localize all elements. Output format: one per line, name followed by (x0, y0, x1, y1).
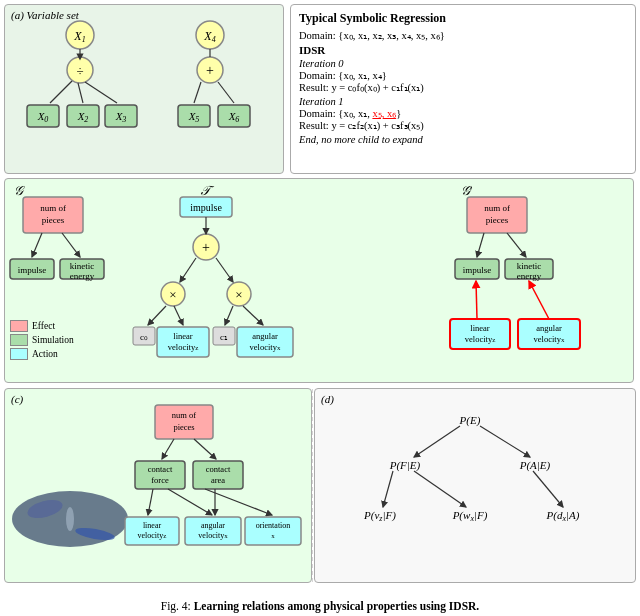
svg-text:velocityz: velocityz (168, 342, 199, 352)
svg-text:(c): (c) (11, 393, 24, 406)
svg-text:contact: contact (148, 464, 173, 474)
svg-text:impulse: impulse (463, 265, 492, 275)
svg-text:num of: num of (172, 410, 196, 420)
svg-text:area: area (211, 475, 225, 485)
svg-text:linear: linear (143, 521, 162, 530)
legend-simulation-box (10, 334, 28, 346)
svg-text:c₁: c₁ (220, 332, 228, 342)
svg-text:×: × (169, 287, 176, 302)
svg-text:energy: energy (517, 271, 542, 281)
svg-line-38 (62, 233, 80, 257)
panel-right: Typical Symbolic Regression Domain: {x₀,… (290, 4, 636, 174)
legend-effect-box (10, 320, 28, 332)
panel-d-svg: (d) P(E) P(F|E) P(A|E) P(vz|F) P(wx|F) P… (315, 389, 637, 584)
idsr-label: IDSR (299, 44, 627, 56)
svg-text:impulse: impulse (18, 265, 47, 275)
svg-text:𝒢: 𝒢 (13, 183, 26, 198)
svg-text:orientation: orientation (256, 521, 291, 530)
svg-text:P(E): P(E) (459, 414, 481, 427)
svg-point-86 (66, 507, 74, 531)
svg-text:linear: linear (470, 323, 490, 333)
svg-text:pieces: pieces (173, 422, 194, 432)
panel-c-svg: (c) num of pieces contact force contact … (5, 389, 313, 584)
svg-text:+: + (206, 63, 214, 78)
panel-c: (c) num of pieces contact force contact … (4, 388, 312, 583)
svg-text:P(A|E): P(A|E) (519, 459, 551, 472)
svg-text:kinetic: kinetic (70, 261, 95, 271)
svg-text:angular: angular (536, 323, 562, 333)
panel-b-svg: 𝒢 𝒢' 𝒯 num of pieces impulse kinetic ene… (5, 179, 635, 384)
iter0-label: Iteration 0 (299, 58, 627, 69)
svg-text:x: x (271, 532, 275, 540)
iter1-label: Iteration 1 (299, 96, 627, 107)
iter1-domain: Domain: {x₀, x₁, x₅, x₆} (299, 107, 627, 119)
svg-line-108 (168, 489, 212, 515)
svg-line-72 (477, 233, 484, 257)
svg-line-48 (180, 258, 196, 282)
iter1-result: Result: y = c₂f₂(x₁) + c₃f₃(x₅) (299, 119, 627, 131)
svg-line-73 (507, 233, 526, 257)
svg-text:P(F|E): P(F|E) (389, 459, 421, 472)
svg-text:P(vz|F): P(vz|F) (363, 509, 396, 523)
svg-text:(a) Variable set: (a) Variable set (11, 9, 80, 22)
svg-line-12 (50, 81, 72, 103)
svg-line-96 (162, 439, 174, 459)
svg-text:force: force (151, 475, 169, 485)
legend-effect: Effect (10, 320, 74, 332)
svg-line-62 (225, 306, 233, 325)
svg-text:kinetic: kinetic (517, 261, 542, 271)
svg-text:c₀: c₀ (140, 332, 148, 342)
svg-text:contact: contact (206, 464, 231, 474)
svg-text:angular: angular (252, 331, 278, 341)
panel-a: (a) Variable set X1 ÷ X0 X2 X3 (4, 4, 284, 174)
svg-text:velocityx: velocityx (534, 334, 565, 344)
svg-line-107 (148, 489, 153, 515)
tsr-domain: Domain: {x₀, x₁, x₂, x₃, x₄, x₅, x₆} (299, 29, 627, 41)
svg-text:pieces: pieces (486, 215, 509, 225)
svg-text:P(wx|F): P(wx|F) (452, 509, 488, 523)
svg-line-97 (194, 439, 216, 459)
svg-line-123 (533, 471, 563, 507)
svg-text:𝒢': 𝒢' (460, 183, 473, 198)
caption: Fig. 4: Learning relations among physica… (0, 598, 640, 614)
svg-line-24 (194, 82, 201, 103)
svg-text:velocityz: velocityz (138, 531, 167, 540)
main-container: (a) Variable set X1 ÷ X0 X2 X3 (0, 0, 640, 616)
svg-line-81 (529, 281, 549, 319)
svg-line-37 (32, 233, 42, 257)
svg-line-117 (480, 426, 530, 457)
panel-a-svg: (a) Variable set X1 ÷ X0 X2 X3 (5, 5, 281, 171)
svg-line-60 (148, 306, 166, 325)
svg-text:pieces: pieces (42, 215, 65, 225)
svg-text:𝒯: 𝒯 (200, 183, 215, 198)
svg-text:+: + (202, 240, 210, 255)
svg-line-61 (174, 306, 183, 325)
legend-simulation: Simulation (10, 334, 74, 346)
panel-d: (d) P(E) P(F|E) P(A|E) P(vz|F) P(wx|F) P… (314, 388, 636, 583)
svg-text:×: × (235, 287, 242, 302)
svg-text:÷: ÷ (76, 63, 83, 78)
svg-line-14 (85, 82, 117, 103)
svg-text:angular: angular (201, 521, 225, 530)
svg-text:impulse: impulse (190, 202, 222, 213)
iter0-domain: Domain: {x₀, x₁, x₄} (299, 69, 627, 81)
svg-text:velocityx: velocityx (250, 342, 281, 352)
end-text: End, no more child to expand (299, 134, 627, 145)
svg-text:energy: energy (70, 271, 95, 281)
tsr-title: Typical Symbolic Regression (299, 11, 627, 26)
legend: Effect Simulation Action (10, 320, 74, 362)
svg-line-80 (476, 281, 477, 319)
panel-b: 𝒢 𝒢' 𝒯 num of pieces impulse kinetic ene… (4, 178, 634, 383)
svg-line-116 (414, 426, 460, 457)
svg-text:velocityz: velocityz (465, 334, 496, 344)
svg-text:(d): (d) (321, 393, 334, 406)
svg-line-63 (243, 306, 263, 325)
svg-text:num of: num of (484, 203, 510, 213)
svg-line-25 (218, 82, 234, 103)
svg-line-13 (78, 83, 83, 103)
svg-line-122 (414, 471, 466, 507)
svg-text:num of: num of (40, 203, 66, 213)
svg-line-49 (216, 258, 233, 282)
legend-action-box (10, 348, 28, 360)
legend-action: Action (10, 348, 74, 360)
